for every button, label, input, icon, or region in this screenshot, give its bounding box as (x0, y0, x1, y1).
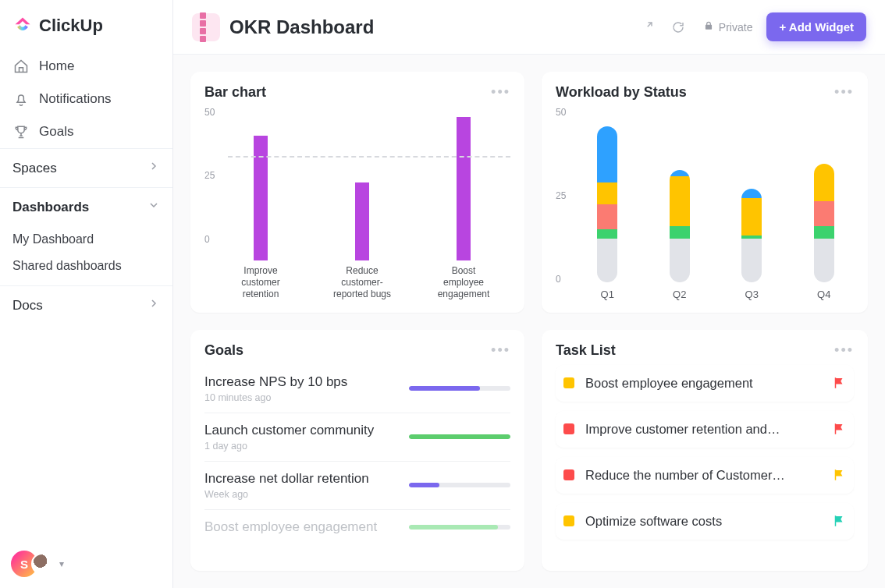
main: OKR Dashboard Private + Add Widget Bar c… (173, 0, 885, 588)
nav-goals[interactable]: Goals (0, 115, 172, 148)
task-label: Optimize software costs (585, 514, 821, 529)
task-label: Reduce the number of Customer… (585, 468, 821, 483)
dashboards-item[interactable]: My Dashboard (0, 226, 172, 253)
flag-icon (832, 422, 846, 436)
goal-item[interactable]: Increase net dollar retentionWeek ago (204, 462, 510, 510)
barchart-card: Bar chart ••• 50250Improve customer rete… (190, 72, 524, 313)
stack-label: Q4 (817, 289, 830, 300)
task-label: Improve customer retention and… (585, 422, 821, 437)
task-item[interactable]: Reduce the number of Customer… (556, 457, 854, 494)
bar-label: Boost employee engagement (432, 265, 495, 300)
status-square-icon (563, 377, 574, 388)
tasklist-card: Task List ••• Boost employee engagementI… (542, 330, 868, 572)
section-label: Spaces (12, 161, 57, 176)
nav-notifications[interactable]: Notifications (0, 83, 172, 115)
page-title: OKR Dashboard (229, 16, 374, 38)
goals-list: Increase NPS by 10 bps10 minutes agoLaun… (204, 365, 510, 544)
caret-down-icon: ▾ (59, 558, 64, 569)
section-label: Docs (12, 298, 43, 313)
card-menu-button[interactable]: ••• (834, 84, 854, 101)
progress-bar (409, 483, 510, 487)
privacy-label: Private (719, 21, 753, 34)
progress-bar (409, 386, 510, 391)
stack: Q1 (584, 126, 631, 300)
bar-label: Reduce customer-reported bugs (331, 265, 393, 300)
status-square-icon (563, 469, 574, 480)
bar (432, 117, 495, 260)
home-icon (12, 58, 30, 74)
stack-label: Q3 (745, 289, 759, 300)
card-menu-button[interactable]: ••• (491, 342, 510, 359)
goal-title: Boost employee engagement (204, 519, 396, 535)
progress-bar (409, 434, 510, 439)
card-title: Workload by Status (556, 84, 687, 101)
brand-logo[interactable]: ClickUp (0, 0, 172, 50)
add-widget-button[interactable]: + Add Widget (766, 12, 866, 41)
goals-card: Goals ••• Increase NPS by 10 bps10 minut… (190, 330, 524, 572)
card-menu-button[interactable]: ••• (491, 84, 510, 101)
card-title: Goals (204, 342, 243, 359)
goal-timestamp: 10 minutes ago (204, 392, 396, 403)
privacy-indicator[interactable]: Private (703, 20, 753, 34)
goal-title: Increase NPS by 10 bps (204, 374, 396, 390)
stack: Q3 (728, 189, 776, 300)
goal-timestamp: Week ago (204, 489, 396, 500)
task-item[interactable]: Improve customer retention and… (556, 411, 854, 448)
dashboard-grid: Bar chart ••• 50250Improve customer rete… (173, 55, 885, 588)
task-item[interactable]: Optimize software costs (556, 503, 854, 540)
trophy-icon (12, 124, 30, 140)
stacked-chart: 50250Q1Q2Q3Q4 (556, 107, 854, 300)
sidebar-dashboards[interactable]: Dashboards (0, 187, 172, 226)
brand-name: ClickUp (39, 16, 103, 36)
card-menu-button[interactable]: ••• (834, 342, 854, 359)
chevron-down-icon (148, 199, 160, 215)
avatar (31, 553, 53, 575)
stack: Q4 (801, 164, 848, 300)
nav-home[interactable]: Home (0, 50, 172, 83)
task-label: Boost employee engagement (585, 376, 821, 391)
progress-bar (409, 525, 510, 530)
bar (229, 136, 292, 260)
stack-label: Q2 (673, 289, 686, 300)
bar-chart: 50250Improve customer retentionReduce cu… (204, 107, 510, 300)
bell-icon (12, 91, 30, 107)
user-avatars[interactable]: S ▾ (11, 551, 162, 577)
goal-item[interactable]: Increase NPS by 10 bps10 minutes ago (204, 365, 510, 413)
goal-title: Increase net dollar retention (204, 471, 396, 487)
goal-item[interactable]: Launch customer community1 day ago (204, 413, 510, 462)
primary-nav: Home Notifications Goals (0, 50, 172, 148)
sidebar-spaces[interactable]: Spaces (0, 148, 172, 187)
chevron-right-icon (148, 160, 160, 176)
flag-icon (832, 468, 846, 482)
goal-item[interactable]: Boost employee engagement (204, 510, 510, 544)
sidebar-docs[interactable]: Docs (0, 285, 172, 324)
stack: Q2 (656, 170, 704, 300)
task-list: Boost employee engagementImprove custome… (556, 365, 854, 549)
flag-icon (832, 514, 846, 528)
status-square-icon (563, 515, 574, 526)
section-label: Dashboards (12, 200, 89, 215)
goal-title: Launch customer community (204, 423, 396, 438)
lock-icon (703, 20, 714, 34)
dashboards-item[interactable]: Shared dashboards (0, 253, 172, 279)
expand-button[interactable] (636, 16, 658, 38)
nav-label: Goals (39, 124, 73, 140)
chevron-right-icon (148, 297, 160, 313)
sidebar: ClickUp Home Notifications Goals (0, 0, 173, 588)
status-square-icon (563, 423, 574, 434)
clickup-logo-icon (12, 16, 33, 36)
bar-label: Improve customer retention (229, 265, 292, 300)
card-title: Task List (556, 342, 616, 359)
workload-card: Workload by Status ••• 50250Q1Q2Q3Q4 (542, 72, 868, 313)
nav-label: Home (39, 58, 74, 74)
nav-label: Notifications (39, 91, 112, 107)
sidebar-footer: S ▾ (0, 540, 172, 588)
refresh-button[interactable] (667, 16, 689, 38)
stack-label: Q1 (601, 289, 614, 300)
dashboards-list: My Dashboard Shared dashboards (0, 226, 172, 285)
dashboard-icon (192, 13, 220, 41)
task-item[interactable]: Boost employee engagement (556, 365, 854, 402)
flag-icon (832, 376, 846, 390)
bar (331, 182, 393, 260)
goal-timestamp: 1 day ago (204, 441, 396, 452)
